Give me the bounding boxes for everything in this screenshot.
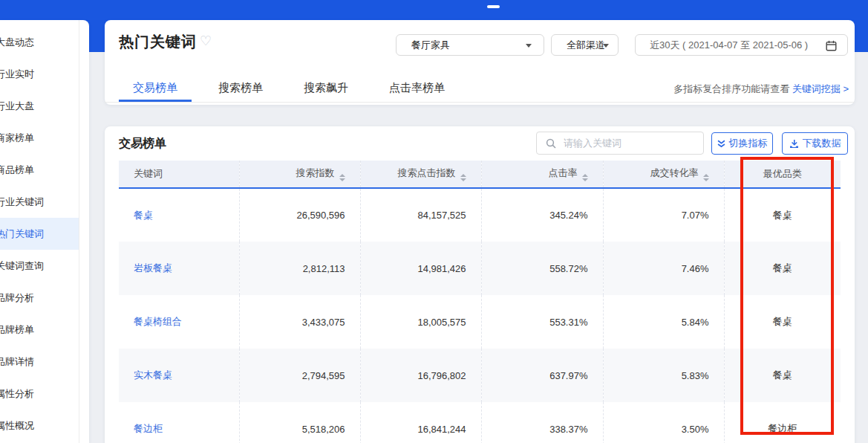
cell-conversion_rate: 5.83% bbox=[603, 349, 724, 402]
table-row: 餐桌26,590,59684,157,525345.24%7.07%餐桌 bbox=[119, 188, 841, 242]
keyword-link[interactable]: 餐桌椅组合 bbox=[134, 316, 182, 327]
sidebar-item-4[interactable]: 商品榜单 bbox=[0, 154, 79, 186]
hint-row: 多指标复合排序功能请查看 关键词挖掘 > bbox=[673, 83, 849, 96]
cell-keyword: 餐桌椅组合 bbox=[119, 295, 239, 349]
cell-search_click_index: 14,981,426 bbox=[360, 242, 481, 295]
cell-best_category: 餐桌 bbox=[724, 242, 841, 295]
tab-3[interactable]: 点击率榜单 bbox=[375, 75, 459, 102]
sidebar-item-label: 商家榜单 bbox=[0, 132, 34, 145]
cell-keyword: 岩板餐桌 bbox=[119, 242, 239, 295]
sidebar-item-label: 品牌榜单 bbox=[0, 323, 34, 337]
calendar-icon bbox=[826, 40, 837, 54]
cell-click_rate: 558.72% bbox=[481, 242, 603, 295]
sidebar-item-7[interactable]: 关键词查询 bbox=[0, 250, 79, 282]
switch-metrics-button[interactable]: 切换指标 bbox=[711, 132, 773, 155]
sort-icon[interactable] bbox=[703, 174, 709, 181]
sidebar-divider bbox=[79, 20, 79, 443]
favorite-heart-icon[interactable]: ♡ bbox=[200, 34, 212, 48]
cell-conversion_rate: 3.50% bbox=[603, 402, 724, 443]
date-range-picker[interactable]: 近30天 ( 2021-04-07 至 2021-05-06 ) bbox=[635, 34, 848, 56]
sidebar-item-label: 关键词查询 bbox=[0, 259, 44, 273]
tab-1[interactable]: 搜索榜单 bbox=[204, 75, 277, 102]
sidebar-item-9[interactable]: 品牌榜单 bbox=[0, 314, 79, 346]
sort-icon[interactable] bbox=[582, 174, 588, 181]
keyword-ranking-table: 关键词搜索指数搜索点击指数点击率成交转化率最优品类 餐桌26,590,59684… bbox=[119, 161, 841, 443]
caret-down-icon bbox=[526, 44, 532, 48]
column-header-2[interactable]: 搜索点击指数 bbox=[360, 161, 481, 188]
page-header-card: 热门关键词 ♡ 餐厅家具 全部渠道 近30天 ( 2021-04-07 至 20… bbox=[105, 20, 855, 105]
tab-2[interactable]: 搜索飙升 bbox=[290, 75, 362, 102]
cell-click_rate: 553.31% bbox=[481, 295, 603, 349]
sidebar-item-5[interactable]: 行业关键词 bbox=[0, 186, 79, 218]
tab-0[interactable]: 交易榜单 bbox=[119, 75, 192, 102]
keyword-link[interactable]: 实木餐桌 bbox=[134, 369, 172, 381]
keyword-search-input[interactable] bbox=[562, 137, 688, 149]
download-data-label: 下载数据 bbox=[803, 137, 841, 150]
sidebar-item-0[interactable]: 大盘动态 bbox=[0, 26, 79, 58]
category-dropdown-value: 餐厅家具 bbox=[411, 39, 450, 52]
cell-search_click_index: 16,796,802 bbox=[360, 349, 481, 402]
cell-search_click_index: 16,841,244 bbox=[360, 402, 481, 443]
column-header-label: 搜索指数 bbox=[296, 167, 335, 178]
sidebar-item-8[interactable]: 品牌分析 bbox=[0, 282, 79, 314]
column-header-label: 点击率 bbox=[549, 167, 578, 178]
cell-conversion_rate: 7.07% bbox=[603, 188, 724, 242]
column-header-label: 搜索点击指数 bbox=[398, 167, 456, 178]
cell-search_click_index: 84,157,525 bbox=[360, 188, 481, 242]
channel-dropdown[interactable]: 全部渠道 bbox=[551, 34, 619, 56]
cell-search_click_index: 18,005,575 bbox=[360, 295, 481, 349]
table-row: 餐边柜5,518,20616,841,244338.37%3.50%餐边柜 bbox=[119, 402, 841, 443]
ranking-table-card: 交易榜单 切换指标 下载数据 关键词搜索指数搜索点击指数点击率成交转化率最优品类… bbox=[105, 126, 855, 443]
sidebar-item-label: 热门关键词 bbox=[0, 227, 44, 241]
section-title: 交易榜单 bbox=[119, 136, 166, 152]
cell-keyword: 实木餐桌 bbox=[119, 349, 239, 402]
sidebar-item-2[interactable]: 行业大盘 bbox=[0, 90, 79, 122]
double-chevron-down-icon bbox=[717, 140, 725, 148]
column-header-5: 最优品类 bbox=[724, 161, 841, 188]
sidebar-item-label: 大盘动态 bbox=[0, 36, 34, 49]
column-header-3[interactable]: 点击率 bbox=[481, 161, 603, 188]
channel-dropdown-value: 全部渠道 bbox=[567, 39, 605, 52]
category-dropdown[interactable]: 餐厅家具 bbox=[396, 34, 544, 56]
table-row: 岩板餐桌2,812,11314,981,426558.72%7.46%餐桌 bbox=[119, 242, 841, 295]
keyword-search-box bbox=[536, 132, 704, 155]
sidebar-item-label: 商品榜单 bbox=[0, 164, 34, 177]
keyword-mining-link[interactable]: 关键词挖掘 > bbox=[792, 83, 849, 94]
search-icon bbox=[546, 138, 556, 149]
sidebar-item-6[interactable]: 热门关键词 bbox=[0, 218, 79, 250]
cell-conversion_rate: 7.46% bbox=[603, 242, 724, 295]
cell-click_rate: 637.97% bbox=[481, 349, 603, 402]
sidebar-item-label: 属性分析 bbox=[0, 387, 34, 401]
cell-best_category: 餐桌 bbox=[724, 188, 841, 242]
cell-best_category: 餐桌 bbox=[724, 349, 841, 402]
cell-search_index: 3,433,075 bbox=[239, 295, 360, 349]
sort-icon[interactable] bbox=[460, 174, 466, 181]
sidebar-item-12[interactable]: 属性概况 bbox=[0, 410, 79, 442]
page-title: 热门关键词 bbox=[119, 32, 197, 52]
cell-search_index: 5,518,206 bbox=[239, 402, 360, 443]
keyword-link[interactable]: 餐边柜 bbox=[134, 423, 163, 434]
cell-best_category: 餐桌 bbox=[724, 295, 841, 349]
sidebar: 大盘动态行业实时行业大盘商家榜单商品榜单行业关键词热门关键词关键词查询品牌分析品… bbox=[0, 20, 89, 443]
download-data-button[interactable]: 下载数据 bbox=[782, 132, 848, 155]
sidebar-item-11[interactable]: 属性分析 bbox=[0, 378, 79, 410]
sort-icon[interactable] bbox=[339, 174, 345, 181]
sidebar-item-10[interactable]: 品牌详情 bbox=[0, 346, 79, 378]
cell-keyword: 餐边柜 bbox=[119, 402, 239, 443]
minimize-dash-icon bbox=[487, 5, 500, 8]
cell-click_rate: 338.37% bbox=[481, 402, 603, 443]
cell-search_index: 26,590,596 bbox=[239, 188, 360, 242]
column-header-1[interactable]: 搜索指数 bbox=[239, 161, 360, 188]
hint-text: 多指标复合排序功能请查看 bbox=[673, 83, 789, 94]
sidebar-item-3[interactable]: 商家榜单 bbox=[0, 122, 79, 154]
keyword-link[interactable]: 岩板餐桌 bbox=[134, 262, 172, 274]
column-header-4[interactable]: 成交转化率 bbox=[603, 161, 724, 188]
cell-conversion_rate: 5.84% bbox=[603, 295, 724, 349]
table-row: 实木餐桌2,794,59516,796,802637.97%5.83%餐桌 bbox=[119, 349, 841, 402]
switch-metrics-label: 切换指标 bbox=[729, 137, 768, 150]
sidebar-item-1[interactable]: 行业实时 bbox=[0, 58, 79, 90]
sidebar-item-label: 品牌详情 bbox=[0, 355, 34, 369]
column-header-label: 关键词 bbox=[134, 168, 163, 179]
keyword-link[interactable]: 餐桌 bbox=[134, 210, 153, 221]
column-header-0: 关键词 bbox=[119, 161, 239, 188]
